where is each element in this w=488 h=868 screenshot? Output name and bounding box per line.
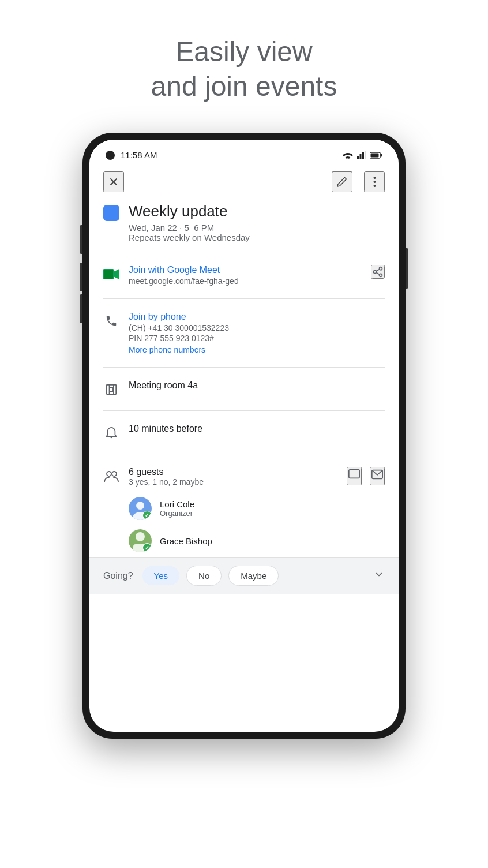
guest-name-grace: Grace Bishop [160, 536, 212, 546]
guests-count: 6 guests [129, 467, 337, 477]
phone-row: Join by phone (CH) +41 30 300001532223 P… [103, 306, 385, 360]
guests-actions [347, 467, 385, 485]
guests-info: 6 guests 3 yes, 1 no, 2 maybe [129, 467, 337, 487]
svg-rect-2 [362, 152, 364, 159]
rsvp-no-button[interactable]: No [186, 566, 222, 586]
divider-1 [103, 252, 385, 252]
event-content: Weekly update Wed, Jan 22 · 5–6 PM Repea… [89, 198, 399, 557]
phone-pin: PIN 277 555 923 0123# [129, 334, 385, 343]
going-label: Going? [103, 571, 133, 581]
guests-row: 6 guests 3 yes, 1 no, 2 maybe [103, 461, 385, 492]
event-title: Weekly update [129, 203, 250, 220]
divider-4 [103, 410, 385, 411]
edit-button[interactable] [332, 171, 352, 192]
svg-point-27 [112, 472, 117, 476]
rsvp-maybe-button[interactable]: Maybe [228, 566, 279, 586]
svg-rect-6 [371, 153, 379, 157]
rsvp-yes-button[interactable]: Yes [142, 566, 179, 585]
svg-point-31 [136, 502, 144, 510]
event-color-indicator [103, 205, 119, 221]
svg-point-7 [373, 177, 376, 179]
divider-5 [103, 454, 385, 454]
more-icon [373, 176, 376, 188]
svg-rect-22 [107, 385, 117, 395]
guest-name-info-grace: Grace Bishop [160, 536, 212, 546]
status-time: 11:58 AM [121, 150, 157, 160]
phone-icon [103, 313, 119, 329]
header-text: Easily view and join events [151, 35, 337, 104]
event-repeat: Repeats weekly on Wednesday [129, 233, 250, 242]
svg-line-20 [376, 272, 380, 274]
more-phone-numbers[interactable]: More phone numbers [129, 345, 385, 354]
svg-point-26 [107, 472, 111, 476]
guest-avatar-grace: ✓ [129, 529, 152, 552]
location-row: Meeting room 4a [103, 375, 385, 403]
camera-dot [106, 151, 115, 160]
svg-point-19 [380, 274, 382, 276]
bottom-bar: Going? Yes No Maybe [89, 557, 399, 594]
app-toolbar [89, 166, 399, 198]
divider-2 [103, 298, 385, 299]
google-meet-row: Join with Google Meet meet.google.com/fa… [103, 259, 385, 291]
toolbar-left [103, 171, 124, 192]
guest-name-lori: Lori Cole [160, 499, 194, 509]
svg-rect-1 [360, 154, 362, 159]
status-bar: 11:58 AM [89, 140, 399, 166]
meet-info: Join with Google Meet meet.google.com/fa… [129, 265, 362, 286]
phone-screen: 11:58 AM [89, 140, 399, 732]
rsvp-chevron-icon[interactable] [373, 568, 385, 583]
signal-icon [357, 151, 366, 159]
toolbar-right [332, 171, 385, 192]
edit-icon [336, 176, 348, 188]
avatar-badge-lori: ✓ [142, 511, 152, 520]
more-button[interactable] [364, 171, 385, 192]
event-title-row: Weekly update Wed, Jan 22 · 5–6 PM Repea… [103, 203, 385, 242]
svg-point-18 [374, 271, 377, 274]
svg-rect-3 [365, 151, 367, 159]
location-info: Meeting room 4a [129, 380, 385, 391]
reminder-row: 10 minutes before [103, 418, 385, 447]
location-label: Meeting room 4a [129, 380, 385, 391]
reminder-label: 10 minutes before [129, 424, 385, 434]
svg-line-21 [376, 269, 380, 271]
wifi-icon [342, 151, 354, 159]
guests-summary: 3 yes, 1 no, 2 maybe [129, 477, 337, 487]
svg-rect-5 [381, 154, 382, 156]
divider-3 [103, 367, 385, 368]
close-icon [108, 176, 119, 188]
email-guests-button[interactable] [370, 467, 385, 485]
guest-item: ✓ Lori Cole Organizer [103, 492, 385, 525]
page-header: Easily view and join events [151, 35, 337, 104]
phone-shell: 11:58 AM [82, 133, 406, 739]
event-date: Wed, Jan 22 · 5–6 PM [129, 223, 250, 233]
svg-rect-28 [349, 470, 359, 478]
phone-info: Join by phone (CH) +41 30 300001532223 P… [129, 312, 385, 354]
guests-icon [103, 468, 119, 484]
reminder-info: 10 minutes before [129, 424, 385, 434]
message-guests-button[interactable] [347, 467, 362, 485]
svg-point-8 [373, 181, 376, 183]
guest-role-lori: Organizer [160, 509, 194, 518]
share-icon [372, 266, 384, 278]
share-button[interactable] [371, 265, 385, 279]
svg-rect-0 [357, 156, 359, 159]
reminder-icon [103, 425, 119, 441]
battery-icon [370, 152, 382, 159]
meet-icon [103, 266, 119, 282]
meet-url: meet.google.com/fae-fgha-ged [129, 276, 362, 286]
avatar-badge-grace: ✓ [142, 543, 152, 552]
close-button[interactable] [103, 171, 124, 192]
event-title-info: Weekly update Wed, Jan 22 · 5–6 PM Repea… [129, 203, 250, 242]
location-icon [103, 381, 119, 398]
phone-number: (CH) +41 30 300001532223 [129, 323, 385, 332]
guest-name-info: Lori Cole Organizer [160, 499, 194, 518]
guest-item: ✓ Grace Bishop [103, 525, 385, 557]
svg-rect-25 [110, 387, 113, 391]
svg-point-34 [136, 532, 145, 541]
meet-link[interactable]: Join with Google Meet [129, 265, 362, 275]
join-by-phone-link[interactable]: Join by phone [129, 312, 385, 322]
email-icon [371, 468, 384, 481]
status-bar-left: 11:58 AM [106, 150, 157, 160]
svg-point-17 [380, 267, 382, 270]
status-icons [342, 151, 382, 159]
